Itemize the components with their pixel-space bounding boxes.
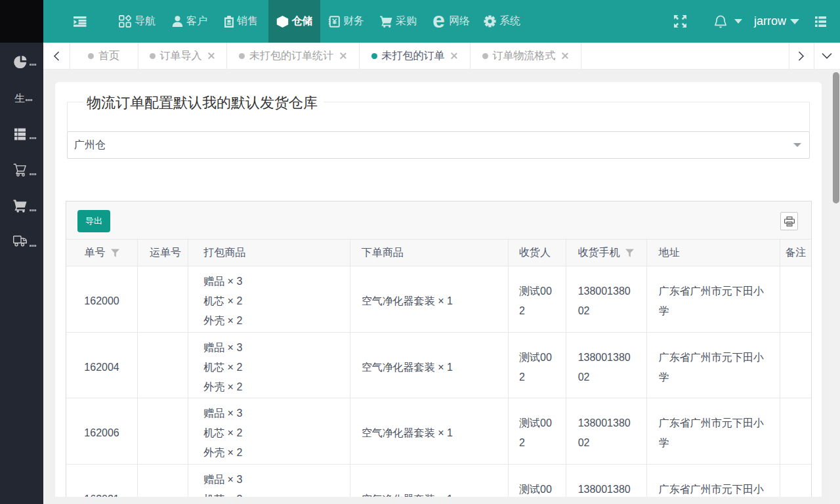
svg-text:e: e (432, 14, 445, 28)
